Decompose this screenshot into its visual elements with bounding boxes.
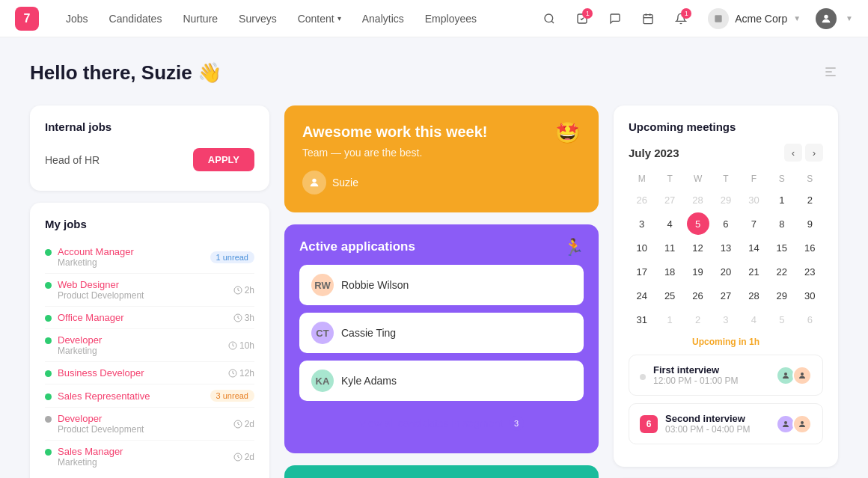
messages-button[interactable]: [603, 7, 627, 31]
cal-day[interactable]: 14: [742, 236, 765, 259]
cal-day[interactable]: 20: [715, 260, 737, 283]
cal-day[interactable]: 22: [771, 260, 793, 283]
cal-day[interactable]: 29: [771, 284, 793, 307]
cal-day[interactable]: 13: [715, 236, 737, 259]
cal-day[interactable]: 9: [798, 212, 821, 235]
calendar-button[interactable]: [636, 7, 660, 31]
nav-link-content-chevron: ▾: [337, 14, 341, 22]
cal-day[interactable]: 31: [631, 308, 653, 331]
search-button[interactable]: [537, 7, 561, 31]
table-row[interactable]: RWRobbie Wilson: [299, 265, 584, 305]
cal-day[interactable]: 10: [631, 236, 653, 259]
cal-day[interactable]: 6: [715, 212, 737, 235]
app-logo[interactable]: 7: [15, 7, 39, 31]
cal-day[interactable]: 5: [687, 212, 709, 235]
cal-day[interactable]: 26: [631, 189, 653, 211]
job-title-5[interactable]: Sales Representative: [58, 390, 150, 402]
meeting-avatars-1: [776, 366, 812, 385]
cal-day[interactable]: 11: [658, 236, 681, 259]
cal-day[interactable]: 8: [771, 212, 793, 235]
main-content: Hello there, Suzie 👋 Internal jobs Head …: [0, 37, 868, 478]
meeting-title-1: First interview: [653, 364, 738, 376]
settings-button[interactable]: [823, 64, 838, 82]
apply-button[interactable]: APPLY: [193, 148, 254, 171]
nav-link-candidates[interactable]: Candidates: [100, 8, 171, 29]
view-all-button[interactable]: View all candidates in segment 3: [299, 408, 584, 438]
nav-link-employees[interactable]: Employees: [416, 8, 486, 29]
cal-day[interactable]: 28: [742, 284, 765, 307]
table-row[interactable]: KAKyle Adams: [299, 361, 584, 401]
cal-day[interactable]: 1: [771, 189, 793, 211]
cal-day[interactable]: 7: [742, 212, 765, 235]
job-title-2[interactable]: Office Manager: [58, 312, 124, 323]
calendar-icon: [642, 13, 654, 25]
awesome-user-avatar: [302, 171, 326, 194]
cal-day[interactable]: 6: [798, 308, 821, 331]
awesome-subtitle: Team — you are the best.: [302, 147, 581, 159]
notifications-button[interactable]: 1: [669, 7, 693, 31]
cal-day[interactable]: 1: [658, 308, 681, 331]
tasks-button[interactable]: 1: [570, 7, 594, 31]
job-dept-3: Marketing: [58, 346, 102, 356]
company-selector[interactable]: Acme Corp ▼: [702, 5, 807, 32]
table-row[interactable]: CTCassie Ting: [299, 313, 584, 353]
cal-day[interactable]: 27: [715, 284, 737, 307]
job-title-1[interactable]: Web Designer: [58, 279, 144, 290]
job-badge-0: 1 unread: [210, 251, 254, 263]
job-title-6[interactable]: Developer: [58, 413, 144, 424]
cal-day[interactable]: 21: [742, 260, 765, 283]
cal-day[interactable]: 3: [715, 308, 737, 331]
tasks-badge: 1: [582, 8, 593, 19]
job-dept-1: Product Development: [58, 290, 144, 301]
nav-link-analytics[interactable]: Analytics: [353, 8, 413, 29]
job-title-3[interactable]: Developer: [58, 334, 102, 346]
job-title-4[interactable]: Business Developer: [58, 367, 144, 379]
cal-day[interactable]: 15: [771, 236, 793, 259]
nav-link-content[interactable]: Content ▾: [289, 8, 350, 29]
cal-day[interactable]: 23: [798, 260, 821, 283]
navbar: 7 JobsCandidatesNurtureSurveysContent ▾A…: [0, 0, 868, 37]
cal-day[interactable]: 26: [687, 284, 709, 307]
job-right-2: 3h: [233, 313, 254, 323]
cal-prev-button[interactable]: ‹: [784, 144, 802, 162]
job-title-0[interactable]: Account Manager: [58, 246, 134, 257]
cal-day[interactable]: 12: [687, 236, 709, 259]
job-title-7[interactable]: Sales Manager: [58, 446, 123, 457]
settings-icon: [823, 64, 838, 79]
cal-day[interactable]: 4: [658, 212, 681, 235]
nav-link-nurture[interactable]: Nurture: [174, 8, 227, 29]
job-left-5: Sales Representative: [45, 390, 150, 402]
internal-job-name: Head of HR: [45, 154, 100, 166]
job-right-1: 2h: [233, 285, 254, 295]
cal-day[interactable]: 25: [658, 284, 681, 307]
cal-day[interactable]: 27: [658, 189, 681, 211]
nav-link-jobs[interactable]: Jobs: [57, 8, 97, 29]
cal-day[interactable]: 3: [631, 212, 653, 235]
cal-day[interactable]: 29: [715, 189, 737, 211]
my-jobs-list: Account ManagerMarketing1 unreadWeb Desi…: [45, 241, 254, 473]
cal-day[interactable]: 24: [631, 284, 653, 307]
cal-day[interactable]: 30: [798, 284, 821, 307]
cal-day[interactable]: 18: [658, 260, 681, 283]
cal-day[interactable]: 16: [798, 236, 821, 259]
job-dot-7: [45, 449, 52, 456]
job-time-7: 2d: [233, 452, 254, 462]
cal-day[interactable]: 30: [742, 189, 765, 211]
job-dot-1: [45, 282, 52, 289]
candidate-name-2: Kyle Adams: [341, 375, 397, 387]
cal-day[interactable]: 17: [631, 260, 653, 283]
greeting-text: Hello there, Suzie 👋: [30, 61, 221, 85]
cal-day[interactable]: 28: [687, 189, 709, 211]
cal-day[interactable]: 2: [798, 189, 821, 211]
cal-next-button[interactable]: ›: [805, 144, 823, 162]
cal-day[interactable]: 19: [687, 260, 709, 283]
nav-links: JobsCandidatesNurtureSurveysContent ▾Ana…: [57, 8, 537, 29]
cal-day[interactable]: 5: [771, 308, 793, 331]
cal-day-header: T: [656, 171, 682, 187]
job-info-5: Sales Representative: [58, 390, 150, 402]
calendar-card: Upcoming meetings July 2023 ‹ › MTWTFSS2…: [614, 105, 838, 467]
cal-day[interactable]: 2: [687, 308, 709, 331]
nav-link-surveys[interactable]: Surveys: [230, 8, 286, 29]
user-avatar[interactable]: [816, 8, 837, 29]
cal-day[interactable]: 4: [742, 308, 765, 331]
